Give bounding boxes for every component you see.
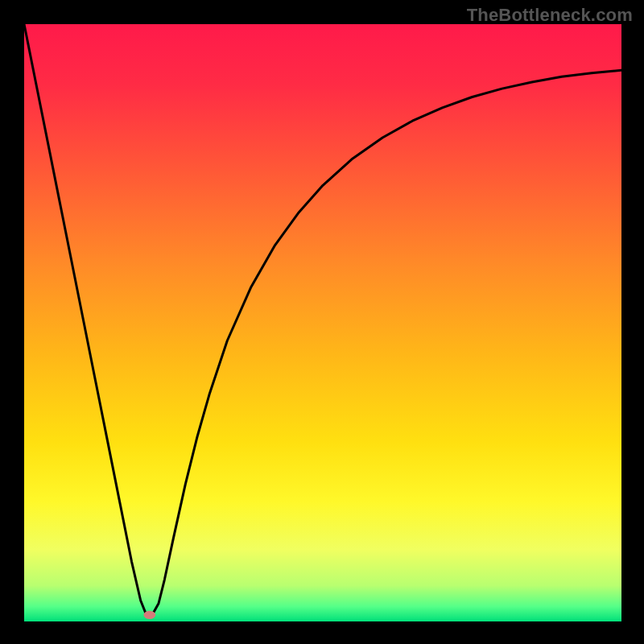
plot-svg	[24, 24, 621, 621]
optimum-marker	[143, 611, 155, 619]
plot-area	[24, 24, 621, 621]
chart-frame: TheBottleneck.com	[0, 0, 644, 644]
gradient-background	[24, 24, 621, 621]
watermark-text: TheBottleneck.com	[467, 5, 633, 26]
